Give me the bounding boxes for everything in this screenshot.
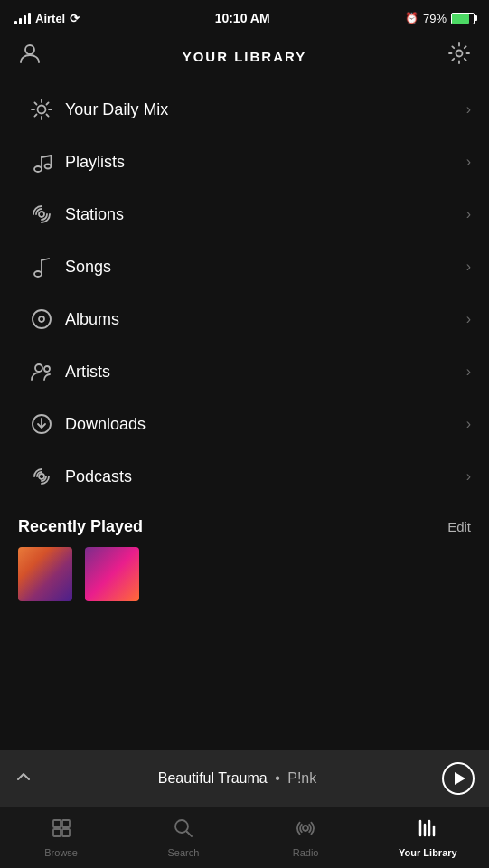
now-playing-title: Beautiful Trauma: [158, 770, 268, 786]
status-left: Airtel ⟳: [14, 12, 80, 25]
songs-chevron: ›: [466, 259, 471, 275]
battery-fill: [452, 14, 469, 24]
svg-point-33: [303, 826, 308, 831]
playlists-chevron: ›: [466, 154, 471, 170]
now-playing-info: Beautiful Trauma • P!nk: [33, 770, 442, 787]
sync-icon: ⟳: [70, 12, 80, 25]
now-playing-separator: •: [271, 770, 285, 786]
svg-rect-27: [53, 820, 61, 827]
nav-item-radio[interactable]: Radio: [245, 810, 367, 865]
status-time: 10:10 AM: [215, 11, 270, 25]
search-label: Search: [167, 847, 199, 858]
artists-label: Artists: [65, 363, 466, 382]
now-playing-artist: P!nk: [287, 770, 316, 786]
svg-line-8: [47, 115, 49, 117]
stations-label: Stations: [65, 205, 466, 224]
now-playing-bar[interactable]: Beautiful Trauma • P!nk: [0, 750, 489, 807]
recently-played-header: Recently Played Edit: [0, 503, 489, 547]
battery-percentage: 79%: [423, 12, 447, 25]
artists-icon: [18, 360, 65, 383]
artists-chevron: ›: [466, 363, 471, 380]
svg-line-15: [42, 156, 52, 157]
settings-icon[interactable]: [447, 42, 471, 71]
nav-item-browse[interactable]: Browse: [0, 810, 122, 865]
stations-icon: [18, 203, 65, 226]
svg-rect-29: [53, 829, 61, 836]
albums-chevron: ›: [466, 311, 471, 327]
library-item-songs[interactable]: Songs ›: [18, 241, 471, 293]
chevron-up-icon: [14, 768, 33, 789]
svg-point-0: [25, 45, 34, 54]
library-item-artists[interactable]: Artists ›: [18, 345, 471, 398]
podcasts-label: Podcasts: [65, 467, 466, 486]
svg-point-23: [44, 366, 50, 372]
status-bar: Airtel ⟳ 10:10 AM ⏰ 79%: [0, 0, 489, 33]
nav-item-search[interactable]: Search: [122, 810, 244, 865]
library-list: Your Daily Mix › Playlists ›: [0, 83, 489, 503]
header: YOUR LIBRARY: [0, 33, 489, 83]
svg-line-9: [47, 102, 49, 104]
svg-line-19: [42, 259, 49, 260]
library-item-playlists[interactable]: Playlists ›: [18, 136, 471, 188]
radio-nav-icon: [295, 817, 316, 843]
your-library-label: Your Library: [399, 847, 457, 858]
downloads-icon: [18, 412, 65, 436]
play-triangle-icon: [455, 772, 465, 785]
daily-mix-label: Your Daily Mix: [65, 100, 466, 119]
bottom-nav: Browse Search Radio: [0, 807, 489, 868]
svg-line-7: [34, 102, 36, 104]
library-item-downloads[interactable]: Downloads ›: [18, 398, 471, 450]
search-icon: [173, 817, 194, 843]
library-item-podcasts[interactable]: Podcasts ›: [18, 450, 471, 503]
library-item-daily-mix[interactable]: Your Daily Mix ›: [18, 83, 471, 136]
recently-played-item-1[interactable]: [18, 547, 72, 601]
battery-tip: [475, 15, 477, 21]
browse-icon: [51, 817, 72, 843]
status-right: ⏰ 79%: [405, 12, 475, 25]
svg-line-32: [186, 832, 192, 837]
svg-rect-28: [62, 820, 70, 827]
recently-played-title: Recently Played: [18, 517, 143, 536]
svg-point-22: [35, 364, 42, 372]
songs-label: Songs: [65, 258, 466, 277]
downloads-chevron: ›: [466, 416, 471, 432]
play-button[interactable]: [442, 762, 475, 795]
signal-icon: [14, 12, 31, 24]
library-item-albums[interactable]: Albums ›: [18, 293, 471, 345]
downloads-label: Downloads: [65, 415, 466, 434]
songs-icon: [18, 255, 65, 278]
svg-rect-30: [62, 829, 70, 836]
battery-icon: [451, 13, 475, 24]
svg-point-26: [39, 474, 44, 479]
stations-chevron: ›: [466, 206, 471, 222]
svg-point-17: [34, 271, 42, 277]
playlists-icon: [18, 150, 65, 174]
page-title: YOUR LIBRARY: [183, 49, 307, 64]
recently-played-item-2[interactable]: [85, 547, 139, 601]
podcasts-chevron: ›: [466, 468, 471, 485]
svg-line-10: [34, 115, 36, 117]
alarm-icon: ⏰: [405, 12, 418, 24]
browse-label: Browse: [44, 847, 78, 858]
albums-label: Albums: [65, 310, 466, 329]
svg-point-11: [34, 166, 42, 172]
svg-point-21: [39, 316, 44, 322]
radio-label: Radio: [293, 847, 319, 858]
edit-button[interactable]: Edit: [447, 519, 471, 534]
recently-played-items: [0, 547, 489, 605]
your-library-icon: [417, 817, 438, 843]
svg-point-16: [39, 212, 44, 217]
sun-icon: [18, 98, 65, 121]
daily-mix-chevron: ›: [466, 101, 471, 118]
svg-point-1: [456, 51, 463, 57]
library-item-stations[interactable]: Stations ›: [18, 188, 471, 241]
svg-point-12: [45, 165, 52, 169]
carrier-label: Airtel: [35, 12, 65, 25]
profile-icon[interactable]: [18, 42, 42, 71]
nav-item-your-library[interactable]: Your Library: [367, 810, 489, 865]
svg-point-20: [33, 310, 51, 328]
podcasts-icon: [18, 465, 65, 488]
albums-icon: [18, 307, 65, 331]
playlists-label: Playlists: [65, 153, 466, 172]
svg-point-2: [38, 106, 46, 114]
